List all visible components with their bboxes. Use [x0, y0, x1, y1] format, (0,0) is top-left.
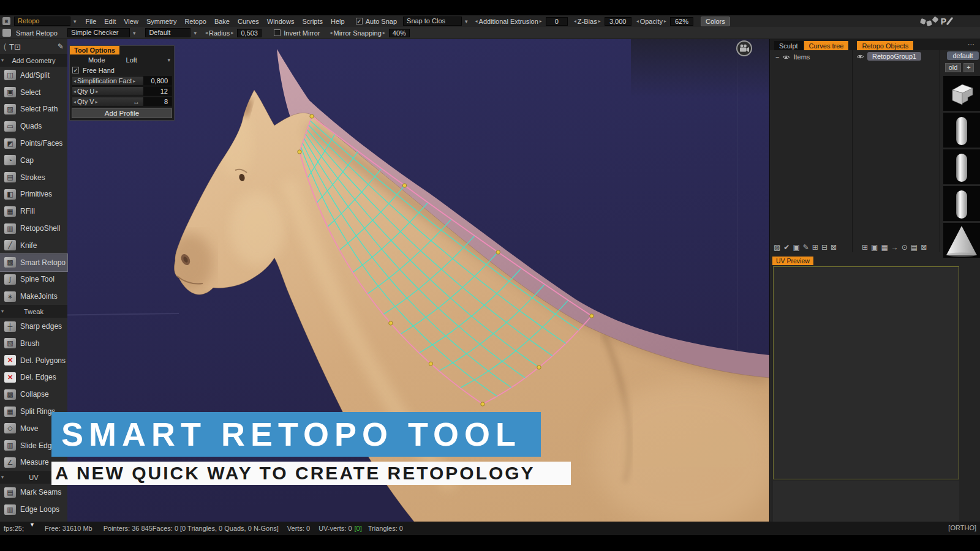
- decrement-arrow[interactable]: ◂: [330, 30, 333, 36]
- mesh-control-vertex[interactable]: [310, 114, 314, 118]
- sidebar-item-brush[interactable]: ▧Brush: [0, 335, 67, 352]
- decrement-arrow[interactable]: ◂: [74, 89, 76, 94]
- preset-default-button[interactable]: default: [947, 51, 979, 60]
- menu-scripts[interactable]: Scripts: [302, 18, 323, 25]
- app-icon[interactable]: ◙: [2, 17, 10, 25]
- profile-thumb-capsule[interactable]: [943, 186, 980, 221]
- increment-arrow[interactable]: ▸: [540, 18, 542, 24]
- sidebar-header[interactable]: ▾Add Geometry: [0, 54, 67, 67]
- eye-icon[interactable]: [782, 54, 790, 60]
- z-bias-value[interactable]: 3,000: [605, 17, 631, 26]
- sidebar-item-mark-seams[interactable]: ▤Mark Seams: [0, 484, 67, 501]
- collapse-minus-icon[interactable]: −: [775, 53, 779, 61]
- increment-arrow[interactable]: ▸: [383, 30, 385, 36]
- apply-icon[interactable]: ✔: [783, 243, 790, 252]
- delete-icon[interactable]: ⊠: [831, 243, 837, 252]
- decrement-arrow[interactable]: ◂: [74, 99, 76, 105]
- sidebar-item-select-path[interactable]: ▨Select Path: [0, 101, 67, 118]
- mesh-control-vertex[interactable]: [537, 365, 541, 369]
- chevron-down-icon[interactable]: ▾: [167, 57, 170, 63]
- checker-icon[interactable]: ▨: [774, 243, 780, 252]
- sidebar-item-edge-loops[interactable]: ▥Edge Loops: [0, 501, 67, 518]
- text-tool-icon[interactable]: T⊡: [9, 42, 21, 51]
- snap-mode-select[interactable]: Snap to Clos: [403, 17, 462, 26]
- decrement-arrow[interactable]: ◂: [205, 30, 208, 36]
- slider-value[interactable]: 12: [143, 87, 172, 96]
- eye-icon[interactable]: [856, 54, 864, 59]
- mesh-control-vertex[interactable]: [402, 184, 406, 187]
- uv-preview-panel[interactable]: [773, 266, 959, 479]
- add-object-icon[interactable]: ⊞: [862, 243, 868, 252]
- uv-preview-tab[interactable]: UV Preview: [772, 257, 813, 265]
- sidebar-item-collapse[interactable]: ▩Collapse: [0, 386, 67, 403]
- chevron-down-icon[interactable]: ▾: [465, 18, 468, 24]
- menu-bake[interactable]: Bake: [214, 18, 230, 25]
- preset-select[interactable]: Default: [145, 28, 190, 37]
- slider-simplification-fact[interactable]: ◂Simplification Fact▸0,800: [72, 76, 172, 86]
- sidebar-item-knife[interactable]: ╱Knife: [0, 237, 67, 254]
- increment-arrow[interactable]: ▸: [231, 30, 233, 36]
- copy-object-icon[interactable]: ▣: [871, 243, 878, 252]
- sidebar-scroll-down-arrow[interactable]: ▼: [29, 522, 35, 528]
- profile-thumb-capsule[interactable]: [943, 149, 980, 184]
- profile-thumb-capsule[interactable]: [943, 113, 980, 148]
- menu-curves[interactable]: Curves: [238, 18, 259, 25]
- invert-mirror-checkbox[interactable]: ✓: [274, 29, 281, 36]
- retopo-group-row[interactable]: RetopoGroup1: [856, 52, 921, 61]
- menu-edit[interactable]: Edit: [104, 18, 116, 25]
- resize-arrow-icon[interactable]: ↔: [133, 98, 140, 105]
- menu-view[interactable]: View: [124, 18, 138, 25]
- tool-options-tab[interactable]: Tool Options: [70, 46, 119, 54]
- chevron-down-icon[interactable]: ▾: [133, 30, 136, 36]
- menu-file[interactable]: File: [86, 18, 97, 25]
- camera-icon[interactable]: [736, 40, 752, 56]
- import-icon[interactable]: ⊞: [812, 243, 818, 252]
- slider-value[interactable]: 0,800: [143, 77, 172, 85]
- decrement-arrow[interactable]: ◂: [74, 78, 76, 84]
- increment-arrow[interactable]: ▸: [664, 18, 666, 24]
- sidebar-item-del-polygons[interactable]: ✕Del. Polygons: [0, 352, 67, 369]
- chevron-down-icon[interactable]: ▾: [194, 30, 197, 36]
- additional-extrusion-value[interactable]: 0: [546, 17, 568, 26]
- mesh-control-vertex[interactable]: [496, 250, 500, 254]
- sidebar-item-points-faces[interactable]: ◩Points/Faces: [0, 135, 67, 152]
- info-icon[interactable]: ⊙: [902, 243, 908, 252]
- curves-tree-item-row[interactable]: − Items: [775, 53, 810, 61]
- mesh-control-vertex[interactable]: [298, 150, 301, 154]
- chevron-down-icon[interactable]: ▾: [74, 18, 77, 24]
- increment-arrow[interactable]: ▸: [598, 18, 601, 24]
- checker-select[interactable]: Simple Checker: [67, 28, 130, 37]
- sidebar-item-add-split[interactable]: ◫Add/Split: [0, 67, 67, 84]
- pen-icon[interactable]: ✎: [58, 42, 64, 51]
- mirror-snapping-value[interactable]: 40%: [389, 29, 410, 37]
- opacity-value[interactable]: 62%: [670, 17, 693, 26]
- sidebar-item-strokes[interactable]: ▤Strokes: [0, 169, 67, 186]
- slider-qty-u[interactable]: ◂Qty U▸12: [72, 86, 172, 96]
- increment-arrow[interactable]: ▸: [96, 99, 98, 105]
- sidebar-item-cap[interactable]: ◔Cap: [0, 152, 67, 169]
- mesh-control-vertex[interactable]: [389, 321, 393, 325]
- menu-windows[interactable]: Windows: [267, 18, 295, 25]
- menu-retopo[interactable]: Retopo: [184, 18, 206, 25]
- tab-retopo-objects[interactable]: Retopo Objects: [857, 41, 913, 50]
- preset-add-button[interactable]: +: [963, 63, 974, 72]
- sidebar-item-spine-tool[interactable]: ∫Spine Tool: [0, 271, 67, 288]
- add-profile-button[interactable]: Add Profile: [72, 108, 172, 118]
- more-options-icon[interactable]: ⋯: [968, 40, 975, 48]
- sidebar-item-retoposhell[interactable]: ▥RetopoShell: [0, 220, 67, 237]
- menu-help[interactable]: Help: [331, 18, 345, 25]
- profile-thumb-cone[interactable]: [943, 223, 980, 258]
- slider-qty-v[interactable]: ◂Qty V▸↔8: [72, 97, 172, 107]
- radius-value[interactable]: 0,503: [237, 29, 262, 37]
- mesh-control-vertex[interactable]: [590, 314, 594, 318]
- mode-select[interactable]: Loft: [126, 56, 137, 64]
- list-icon[interactable]: ▤: [911, 243, 918, 252]
- sidebar-item-rfill[interactable]: ▦RFill: [0, 203, 67, 220]
- sidebar-item-primitives[interactable]: ◧Primitives: [0, 186, 67, 203]
- sidebar-item-select[interactable]: ▣Select: [0, 84, 67, 101]
- profile-thumb-angle-shape[interactable]: [943, 76, 980, 111]
- tab-curves-tree[interactable]: Curves tree: [804, 41, 849, 50]
- colors-button[interactable]: Colors: [701, 17, 730, 26]
- increment-arrow[interactable]: ▸: [133, 78, 135, 84]
- sidebar-header[interactable]: ▾Tweak: [0, 305, 67, 318]
